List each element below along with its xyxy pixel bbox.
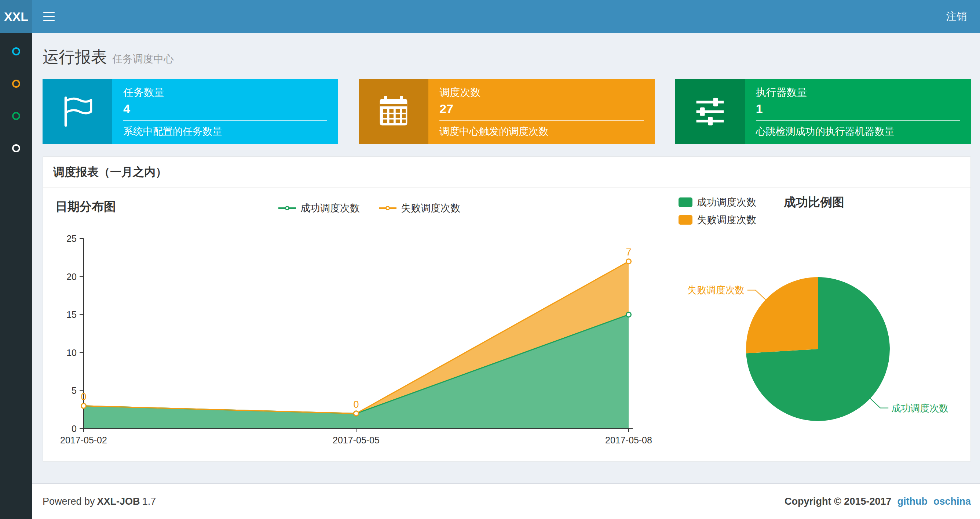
svg-text:15: 15 (66, 310, 76, 320)
info-box-desc: 系统中配置的任务数量 (123, 125, 327, 138)
info-box-title: 执行器数量 (756, 86, 960, 99)
legend-item[interactable]: 成功调度次数 (679, 196, 756, 209)
svg-text:20: 20 (66, 271, 76, 282)
info-box-executor-count: 执行器数量 1 心跳检测成功的执行器机器数量 (675, 79, 971, 144)
legend-item[interactable]: 成功调度次数 (278, 201, 360, 215)
powered-prefix: Powered by (43, 496, 95, 507)
svg-text:25: 25 (66, 233, 76, 244)
schedule-report-panel: 调度报表（一月之内） 日期分布图 成功调度次数失败调度次数 0510152025… (43, 156, 971, 462)
copyright-text: Copyright © 2015-2017 (784, 496, 892, 507)
legend-label: 失败调度次数 (697, 213, 756, 227)
legend-item[interactable]: 失败调度次数 (379, 201, 460, 215)
info-box-title: 调度次数 (439, 86, 643, 99)
success-ratio-pie-chart: 成功调度次数失败调度次数 (630, 188, 971, 462)
panel-title: 调度报表（一月之内） (43, 157, 970, 188)
info-box-desc: 心跳检测成功的执行器机器数量 (756, 125, 960, 138)
sidebar-item-4[interactable] (0, 132, 32, 164)
info-box-content: 任务数量 4 系统中配置的任务数量 (112, 79, 338, 144)
info-box-value: 1 (756, 102, 960, 116)
page-footer: Powered byXXL-JOB1.7 Copyright © 2015-20… (32, 483, 980, 519)
info-box-desc: 调度中心触发的调度次数 (439, 125, 643, 138)
svg-text:2017-05-02: 2017-05-02 (60, 435, 107, 445)
info-box-content: 调度次数 27 调度中心触发的调度次数 (428, 79, 654, 144)
sliders-icon (675, 79, 745, 144)
legend-circle-icon (285, 206, 290, 210)
legend-swatch-icon (679, 215, 692, 225)
sidebar-item-1[interactable] (0, 35, 32, 67)
svg-text:0: 0 (81, 391, 86, 402)
legend-label: 失败调度次数 (401, 201, 460, 215)
page-title: 运行报表任务调度中心 (43, 46, 971, 68)
app-logo[interactable]: XXL (0, 0, 32, 33)
top-navbar: XXL 注销 (0, 0, 980, 33)
line-chart-legend: 成功调度次数失败调度次数 (43, 201, 696, 215)
legend-swatch-icon (679, 198, 692, 207)
main-content: 运行报表任务调度中心 任务数量 4 系统中配置的任务数量 (32, 0, 980, 462)
circle-icon (12, 47, 20, 56)
sidebar-toggle-button[interactable] (32, 0, 66, 33)
page-title-text: 运行报表 (43, 48, 107, 66)
brand-version: 1.7 (142, 496, 156, 507)
sidebar-item-2[interactable] (0, 67, 32, 100)
svg-text:2017-05-05: 2017-05-05 (332, 435, 380, 445)
sidebar (0, 33, 32, 519)
svg-text:10: 10 (66, 348, 76, 358)
legend-label: 成功调度次数 (697, 196, 756, 209)
legend-label: 成功调度次数 (301, 201, 360, 215)
svg-text:0: 0 (72, 423, 76, 434)
calendar-icon (359, 79, 428, 144)
circle-icon (12, 144, 20, 152)
footer-right: Copyright © 2015-2017 github oschina (784, 496, 971, 507)
pie-chart-area: 成功调度次数失败调度次数 成功比例图 成功调度次数失败调度次数 (630, 188, 971, 462)
hamburger-icon (43, 12, 55, 13)
info-box-title: 任务数量 (123, 86, 327, 99)
info-box-trigger-count: 调度次数 27 调度中心触发的调度次数 (359, 79, 654, 144)
logout-link[interactable]: 注销 (933, 0, 980, 33)
powered-by: Powered byXXL-JOB1.7 (43, 496, 158, 507)
divider (756, 120, 960, 121)
info-box-job-count: 任务数量 4 系统中配置的任务数量 (43, 79, 338, 144)
legend-item[interactable]: 失败调度次数 (679, 213, 756, 227)
pie-chart-legend: 成功调度次数失败调度次数 (679, 196, 756, 227)
date-distribution-area-chart: 05101520252017-05-022017-05-052017-05-08… (43, 224, 696, 462)
panel-body: 日期分布图 成功调度次数失败调度次数 05101520252017-05-022… (43, 188, 970, 462)
pie-chart-title: 成功比例图 (784, 194, 844, 211)
page-subtitle: 任务调度中心 (112, 53, 174, 65)
svg-text:成功调度次数: 成功调度次数 (891, 402, 948, 414)
sidebar-item-3[interactable] (0, 100, 32, 132)
legend-line-marker-icon (379, 208, 396, 209)
divider (439, 120, 643, 121)
svg-text:5: 5 (72, 385, 76, 396)
legend-line-marker-icon (278, 208, 296, 209)
divider (123, 120, 327, 121)
legend-circle-icon (385, 206, 390, 210)
app-logo-text: XXL (4, 10, 28, 24)
info-box-content: 执行器数量 1 心跳检测成功的执行器机器数量 (745, 79, 971, 144)
oschina-link[interactable]: oschina (934, 496, 971, 507)
stat-boxes-row: 任务数量 4 系统中配置的任务数量 (43, 79, 971, 144)
brand-name: XXL-JOB (97, 496, 140, 507)
navbar-spacer (66, 0, 933, 33)
flag-icon (43, 79, 112, 144)
svg-text:失败调度次数: 失败调度次数 (687, 284, 745, 295)
circle-icon (12, 112, 20, 120)
github-link[interactable]: github (897, 496, 928, 507)
info-box-value: 4 (123, 102, 327, 116)
svg-text:0: 0 (353, 399, 359, 410)
info-box-value: 27 (439, 102, 643, 116)
circle-icon (12, 80, 20, 88)
